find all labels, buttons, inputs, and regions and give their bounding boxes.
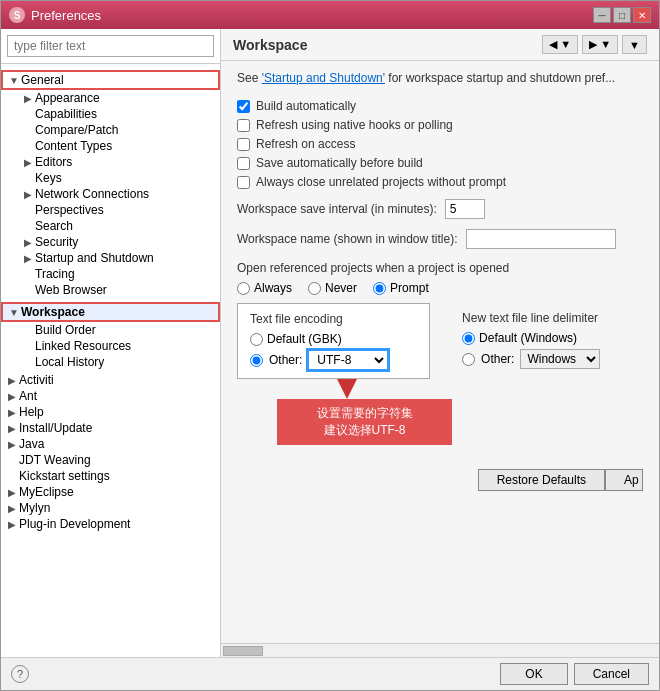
- tree-row-myeclipse[interactable]: ▶ MyEclipse: [1, 484, 220, 500]
- radio-default-gbk-input[interactable]: [250, 333, 263, 346]
- tree-row-mylyn[interactable]: ▶ Mylyn: [1, 500, 220, 516]
- tree-row-install-update[interactable]: ▶ Install/Update: [1, 420, 220, 436]
- tree-row-search[interactable]: Search: [17, 218, 220, 234]
- radio-never-input[interactable]: [308, 282, 321, 295]
- footer: ? OK Cancel: [1, 657, 659, 690]
- tree-row-editors[interactable]: ▶ Editors: [17, 154, 220, 170]
- tree-row-web-browser[interactable]: Web Browser: [17, 282, 220, 298]
- tree-row-security[interactable]: ▶ Security: [17, 234, 220, 250]
- tree-row-perspectives[interactable]: Perspectives: [17, 202, 220, 218]
- tree-children-general: ▶ Appearance Capabilities Compare/Patch …: [1, 90, 220, 298]
- apply-button[interactable]: Ap: [605, 469, 643, 491]
- tree-row-jdt-weaving[interactable]: JDT Weaving: [1, 452, 220, 468]
- radio-default-gbk: Default (GBK): [250, 332, 417, 346]
- checkbox-refresh-native-label: Refresh using native hooks or polling: [256, 118, 453, 132]
- tree-row-help[interactable]: ▶ Help: [1, 404, 220, 420]
- tree-row-startup-shutdown[interactable]: ▶ Startup and Shutdown: [17, 250, 220, 266]
- tree-row-tracing[interactable]: Tracing: [17, 266, 220, 282]
- radio-other-encoding-input[interactable]: [250, 354, 263, 367]
- newline-select[interactable]: Windows Unix MacOS: [520, 349, 600, 369]
- radio-other-label: Other:: [269, 353, 302, 367]
- app-icon: S: [9, 7, 25, 23]
- tree-label-perspectives: Perspectives: [35, 203, 216, 217]
- annotation-area: 设置需要的字符集 建议选择UTF-8: [237, 379, 643, 459]
- tree-row-network-connections[interactable]: ▶ Network Connections: [17, 186, 220, 202]
- tree-row-linked-resources[interactable]: Linked Resources: [17, 338, 220, 354]
- radio-default-gbk-label: Default (GBK): [267, 332, 342, 346]
- checkbox-save-before-build-input[interactable]: [237, 157, 250, 170]
- radio-other-newline-label: Other:: [481, 352, 514, 366]
- tree-row-capabilities[interactable]: Capabilities: [17, 106, 220, 122]
- restore-defaults-button[interactable]: Restore Defaults: [478, 469, 605, 491]
- tree-row-build-order[interactable]: Build Order: [17, 322, 220, 338]
- close-button[interactable]: ✕: [633, 7, 651, 23]
- radio-never-label: Never: [325, 281, 357, 295]
- save-interval-input[interactable]: [445, 199, 485, 219]
- ok-button[interactable]: OK: [500, 663, 567, 685]
- annotation-line2: 建议选择UTF-8: [289, 422, 440, 439]
- tree-row-ant[interactable]: ▶ Ant: [1, 388, 220, 404]
- tree-label-search: Search: [35, 219, 216, 233]
- checkbox-build-auto-input[interactable]: [237, 100, 250, 113]
- tree-row-general[interactable]: ▼ General: [1, 70, 220, 90]
- minimize-button[interactable]: ─: [593, 7, 611, 23]
- footer-buttons: OK Cancel: [500, 663, 649, 685]
- tree-label-compare-patch: Compare/Patch: [35, 123, 216, 137]
- tree-label-build-order: Build Order: [35, 323, 216, 337]
- tree-row-java[interactable]: ▶ Java: [1, 436, 220, 452]
- tree-row-workspace[interactable]: ▼ Workspace: [1, 302, 220, 322]
- tree-label-security: Security: [35, 235, 216, 249]
- checkbox-refresh-access-input[interactable]: [237, 138, 250, 151]
- encoding-select[interactable]: UTF-8 UTF-16 ISO-8859-1 US-ASCII: [308, 350, 388, 370]
- tree-label-appearance: Appearance: [35, 91, 216, 105]
- cancel-button[interactable]: Cancel: [574, 663, 649, 685]
- radio-always-input[interactable]: [237, 282, 250, 295]
- tree-row-local-history[interactable]: Local History: [17, 354, 220, 370]
- tree-row-activiti[interactable]: ▶ Activiti: [1, 372, 220, 388]
- h-scroll-thumb[interactable]: [223, 646, 263, 656]
- tree-row-plugin-development[interactable]: ▶ Plug-in Development: [1, 516, 220, 532]
- newline-box: New text file line delimiter Default (Wi…: [450, 303, 643, 377]
- tree-row-appearance[interactable]: ▶ Appearance: [17, 90, 220, 106]
- title-bar: S Preferences ─ □ ✕: [1, 1, 659, 29]
- window-title: Preferences: [31, 8, 101, 23]
- workspace-name-input[interactable]: [466, 229, 616, 249]
- expand-icon-ant: ▶: [5, 391, 19, 402]
- tree-label-content-types: Content Types: [35, 139, 216, 153]
- startup-shutdown-link[interactable]: 'Startup and Shutdown': [262, 71, 385, 85]
- tree-label-network-connections: Network Connections: [35, 187, 216, 201]
- expand-icon-workspace: ▼: [7, 307, 21, 318]
- expand-icon-network: ▶: [21, 189, 35, 200]
- more-button[interactable]: ▼: [622, 35, 647, 54]
- forward-button[interactable]: ▶ ▼: [582, 35, 618, 54]
- tree-row-kickstart[interactable]: Kickstart settings: [1, 468, 220, 484]
- annotation-line1: 设置需要的字符集: [289, 405, 440, 422]
- checkbox-refresh-native-input[interactable]: [237, 119, 250, 132]
- radio-other-encoding: Other: UTF-8 UTF-16 ISO-8859-1 US-ASCII: [250, 350, 417, 370]
- tree-row-compare-patch[interactable]: Compare/Patch: [17, 122, 220, 138]
- radio-other-newline-input[interactable]: [462, 353, 475, 366]
- radio-prompt-input[interactable]: [373, 282, 386, 295]
- open-projects-radio-row: Always Never Prompt: [237, 281, 643, 295]
- main-content: ▼ General ▶ Appearance Capabilities Comp…: [1, 29, 659, 657]
- checkbox-save-before-build: Save automatically before build: [237, 156, 643, 170]
- filter-input[interactable]: [7, 35, 214, 57]
- back-button[interactable]: ◀ ▼: [542, 35, 578, 54]
- horizontal-scrollbar[interactable]: [221, 643, 659, 657]
- checkbox-close-unrelated-input[interactable]: [237, 176, 250, 189]
- radio-default-windows: Default (Windows): [462, 331, 631, 345]
- expand-icon-myeclipse: ▶: [5, 487, 19, 498]
- newline-title: New text file line delimiter: [462, 311, 631, 325]
- expand-icon-general: ▼: [7, 75, 21, 86]
- tree-row-content-types[interactable]: Content Types: [17, 138, 220, 154]
- tree-label-mylyn: Mylyn: [19, 501, 216, 515]
- maximize-button[interactable]: □: [613, 7, 631, 23]
- help-button[interactable]: ?: [11, 665, 29, 683]
- tree-label-plugin-development: Plug-in Development: [19, 517, 216, 531]
- tree-label-java: Java: [19, 437, 216, 451]
- tree-row-keys[interactable]: Keys: [17, 170, 220, 186]
- radio-always-label: Always: [254, 281, 292, 295]
- tree-label-ant: Ant: [19, 389, 216, 403]
- radio-default-windows-input[interactable]: [462, 332, 475, 345]
- right-panel-body: See 'Startup and Shutdown' for workspace…: [221, 61, 659, 643]
